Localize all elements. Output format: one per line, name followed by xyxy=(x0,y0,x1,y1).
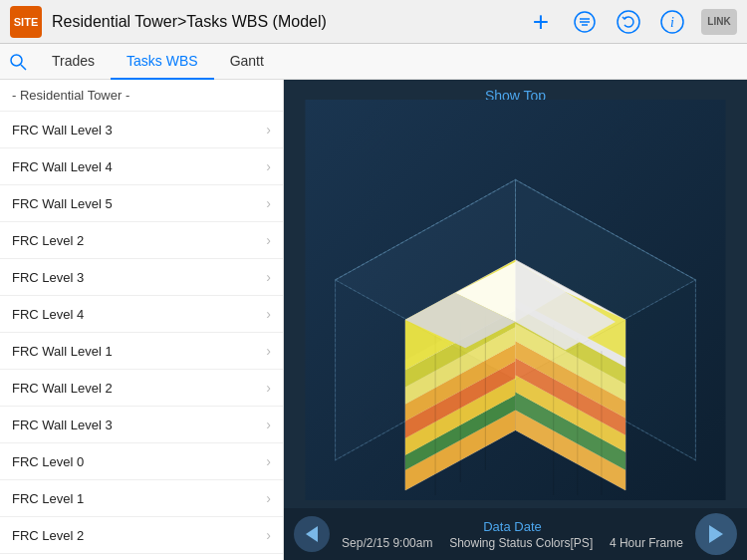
chevron-right-icon: › xyxy=(266,490,271,506)
add-button[interactable]: + xyxy=(526,7,556,37)
list-item[interactable]: FRC Wall Level 2› xyxy=(0,370,283,407)
search-icon[interactable] xyxy=(0,44,36,80)
list-item[interactable]: FRC Level 3› xyxy=(0,259,283,296)
header-actions: + i LINK xyxy=(526,7,737,37)
chevron-right-icon: › xyxy=(266,232,271,248)
list-item[interactable]: FRC Partition Walls Level -1› xyxy=(0,554,283,560)
play-button[interactable] xyxy=(695,513,737,555)
list-item-label: FRC Wall Level 5 xyxy=(12,196,113,211)
list-item[interactable]: FRC Wall Level 3› xyxy=(0,112,283,148)
list-item[interactable]: FRC Wall Level 5› xyxy=(0,185,283,222)
tab-trades[interactable]: Trades xyxy=(36,44,111,80)
list-item-label: FRC Wall Level 4 xyxy=(12,159,113,174)
data-date-value: Sep/2/15 9:00am Showing Status Colors[PS… xyxy=(330,536,695,550)
main-content: - Residential Tower - FRC Wall Level 3›F… xyxy=(0,80,747,560)
svg-line-8 xyxy=(21,65,26,70)
list-header: - Residential Tower - xyxy=(0,80,283,112)
list-item[interactable]: FRC Wall Level 3› xyxy=(0,407,283,443)
svg-text:i: i xyxy=(670,15,674,30)
svg-point-4 xyxy=(618,11,639,33)
chevron-right-icon: › xyxy=(266,380,271,396)
chevron-right-icon: › xyxy=(266,195,271,211)
list-item-label: FRC Wall Level 3 xyxy=(12,418,113,432)
status-label: Showing Status Colors[PS] xyxy=(449,536,593,550)
list-item[interactable]: FRC Wall Level 1› xyxy=(0,333,283,370)
list-item[interactable]: FRC Level 0› xyxy=(0,443,283,480)
list-item[interactable]: FRC Level 4› xyxy=(0,296,283,333)
building-3d-view xyxy=(304,100,727,500)
chevron-right-icon: › xyxy=(266,417,271,432)
list-item[interactable]: FRC Level 2› xyxy=(0,222,283,259)
chevron-right-icon: › xyxy=(266,343,271,359)
bottom-info: Data Date Sep/2/15 9:00am Showing Status… xyxy=(330,519,695,550)
refresh-button[interactable] xyxy=(614,7,643,37)
tab-bar: Trades Tasks WBS Gantt xyxy=(0,44,747,80)
tab-gantt[interactable]: Gantt xyxy=(214,44,280,80)
list-item[interactable]: FRC Level 1› xyxy=(0,480,283,517)
info-button[interactable]: i xyxy=(657,7,687,37)
list-item[interactable]: FRC Wall Level 4› xyxy=(0,148,283,185)
list-item[interactable]: FRC Level 2› xyxy=(0,517,283,554)
tab-tasks-wbs[interactable]: Tasks WBS xyxy=(111,44,214,80)
list-item-label: FRC Level 2 xyxy=(12,233,84,248)
list-items-container: FRC Wall Level 3›FRC Wall Level 4›FRC Wa… xyxy=(0,112,283,560)
right-panel: Show Top xyxy=(284,80,747,560)
bottom-bar: Data Date Sep/2/15 9:00am Showing Status… xyxy=(284,508,747,560)
list-item-label: FRC Wall Level 2 xyxy=(12,381,113,396)
svg-marker-46 xyxy=(306,526,318,542)
site-logo: SITE xyxy=(10,6,42,38)
frame-label: 4 Hour Frame xyxy=(610,536,683,550)
left-panel: - Residential Tower - FRC Wall Level 3›F… xyxy=(0,80,284,560)
link-button[interactable]: LINK xyxy=(701,9,737,35)
svg-point-7 xyxy=(11,55,22,66)
chevron-right-icon: › xyxy=(266,269,271,285)
chevron-right-icon: › xyxy=(266,122,271,138)
chevron-right-icon: › xyxy=(266,527,271,543)
list-item-label: FRC Level 3 xyxy=(12,270,84,285)
chevron-right-icon: › xyxy=(266,158,271,174)
header-title: Residential Tower>Tasks WBS (Model) xyxy=(52,13,526,31)
list-item-label: FRC Level 4 xyxy=(12,307,84,322)
list-item-label: FRC Wall Level 3 xyxy=(12,123,113,138)
chevron-right-icon: › xyxy=(266,453,271,469)
list-item-label: FRC Wall Level 1 xyxy=(12,344,113,359)
chevron-right-icon: › xyxy=(266,306,271,322)
prev-button[interactable] xyxy=(294,516,330,552)
filter-button[interactable] xyxy=(570,7,600,37)
data-date-label: Data Date xyxy=(330,519,695,534)
app-header: SITE Residential Tower>Tasks WBS (Model)… xyxy=(0,0,747,44)
list-item-label: FRC Level 1 xyxy=(12,491,84,506)
list-item-label: FRC Level 0 xyxy=(12,454,84,469)
list-item-label: FRC Level 2 xyxy=(12,528,84,543)
svg-marker-47 xyxy=(709,525,723,543)
